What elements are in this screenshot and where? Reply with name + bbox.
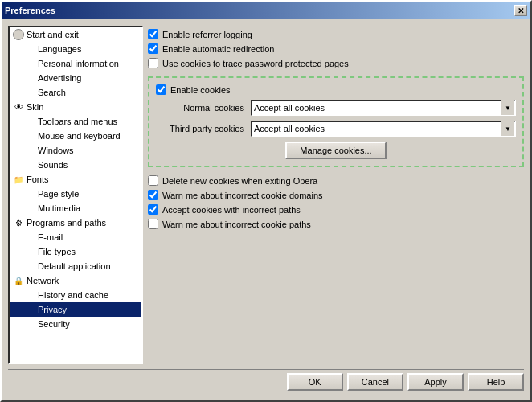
sidebar-item-multimedia[interactable]: Multimedia [10, 201, 141, 215]
sidebar-item-privacy[interactable]: Privacy [10, 302, 141, 317]
top-settings: Enable referrer logging Enable automatic… [148, 26, 524, 72]
spacer-icon8 [24, 159, 35, 170]
window-content: Start and exit Languages Personal inform… [2, 19, 530, 400]
enable-cookies-row: Enable cookies [156, 84, 516, 95]
spacer-icon3 [24, 72, 35, 84]
third-party-row: Third party cookies Accept all cookies A… [156, 121, 516, 137]
enable-cookies-checkbox[interactable] [156, 84, 166, 95]
referrer-row: Enable referrer logging [148, 29, 524, 39]
normal-cookies-select[interactable]: Accept all cookies Accept cookies from v… [251, 100, 516, 116]
referrer-label: Enable referrer logging [162, 30, 252, 39]
spacer-icon12 [24, 246, 35, 257]
spacer-icon6 [24, 130, 35, 142]
sidebar-label-programs: Programs and paths [27, 218, 106, 228]
sidebar-item-default-app[interactable]: Default application [10, 259, 141, 273]
sidebar-label-privacy: Privacy [38, 305, 67, 314]
delete-cookies-checkbox[interactable] [148, 175, 158, 186]
spacer-icon7 [24, 145, 35, 156]
accept-paths-label: Accept cookies with incorrect paths [162, 205, 301, 215]
sidebar-label-skin: Skin [27, 102, 43, 112]
sidebar-item-history[interactable]: History and cache [10, 288, 141, 302]
sidebar-label-mouse: Mouse and keyboard [38, 131, 121, 141]
sidebar-item-search[interactable]: Search [10, 85, 141, 100]
redirect-label: Enable automatic redirection [162, 44, 274, 54]
spacer-icon5 [24, 116, 35, 127]
spacer-icon10 [24, 203, 35, 214]
trace-checkbox[interactable] [148, 58, 158, 68]
third-party-label: Third party cookies [156, 124, 244, 133]
sidebar-item-fonts[interactable]: 📁 Fonts [10, 172, 141, 187]
close-button[interactable]: ✕ [514, 5, 527, 16]
sidebar-item-advertising[interactable]: Advertising [10, 71, 141, 85]
bottom-settings: Delete new cookies when exiting Opera Wa… [148, 172, 524, 232]
warn-paths-checkbox[interactable] [148, 219, 158, 229]
window-title: Preferences [5, 6, 55, 15]
trace-row: Use cookies to trace password protected … [148, 58, 524, 68]
warn-domains-row: Warn me about incorrect cookie domains [148, 190, 524, 200]
sidebar-label-fonts: Fonts [27, 174, 49, 184]
gear-icon-programs: ⚙ [13, 217, 24, 228]
sidebar-item-security[interactable]: Security [10, 317, 141, 331]
cancel-button[interactable]: Cancel [347, 373, 403, 391]
sidebar-label-file-types: File types [38, 247, 76, 256]
sidebar-item-sounds[interactable]: Sounds [10, 158, 141, 172]
right-panel: Enable referrer logging Enable automatic… [148, 26, 524, 364]
eye-icon: 👁 [13, 101, 24, 113]
sidebar-label-start-exit: Start and exit [27, 30, 79, 39]
accept-paths-checkbox[interactable] [148, 204, 158, 215]
face-icon [13, 29, 24, 40]
sidebar-item-page-style[interactable]: Page style [10, 187, 141, 201]
sidebar-item-personal-info[interactable]: Personal information [10, 56, 141, 71]
sidebar-label-multimedia: Multimedia [38, 203, 80, 213]
manage-cookies-button[interactable]: Manage cookies... [285, 142, 386, 159]
sidebar-label-toolbars: Toolbars and menus [38, 117, 117, 126]
warn-paths-row: Warn me about incorrect cookie paths [148, 219, 524, 229]
sidebar-label-history: History and cache [38, 290, 108, 300]
spacer-icon13 [24, 260, 35, 272]
warn-domains-label: Warn me about incorrect cookie domains [162, 191, 323, 200]
spacer-icon16 [24, 318, 35, 330]
main-area: Start and exit Languages Personal inform… [8, 26, 524, 364]
referrer-checkbox[interactable] [148, 29, 158, 39]
ok-button[interactable]: OK [287, 373, 343, 391]
sidebar-label-advertising: Advertising [38, 73, 81, 83]
sidebar-item-skin[interactable]: 👁 Skin [10, 100, 141, 114]
delete-cookies-row: Delete new cookies when exiting Opera [148, 175, 524, 186]
warn-paths-label: Warn me about incorrect cookie paths [162, 219, 311, 229]
lock-icon-network: 🔒 [13, 275, 24, 286]
warn-domains-checkbox[interactable] [148, 190, 158, 200]
third-party-select-container: Accept all cookies Accept cookies from v… [251, 121, 516, 137]
sidebar-item-mouse[interactable]: Mouse and keyboard [10, 129, 141, 143]
third-party-select[interactable]: Accept all cookies Accept cookies from v… [251, 121, 516, 137]
redirect-row: Enable automatic redirection [148, 43, 524, 54]
sidebar-item-start-exit[interactable]: Start and exit [10, 27, 141, 42]
spacer-icon15 [24, 304, 35, 315]
folder-icon-fonts: 📁 [13, 174, 24, 185]
bottom-bar: OK Cancel Apply Help [8, 369, 524, 394]
sidebar-item-toolbars[interactable]: Toolbars and menus [10, 114, 141, 129]
sidebar: Start and exit Languages Personal inform… [8, 26, 143, 364]
sidebar-item-network[interactable]: 🔒 Network [10, 273, 141, 288]
normal-cookies-row: Normal cookies Accept all cookies Accept… [156, 100, 516, 116]
sidebar-item-file-types[interactable]: File types [10, 244, 141, 259]
redirect-checkbox[interactable] [148, 43, 158, 54]
preferences-window: Preferences ✕ Start and exit Languages P… [0, 0, 532, 402]
sidebar-label-network: Network [27, 276, 59, 285]
spacer-icon [24, 43, 35, 55]
title-bar: Preferences ✕ [2, 2, 530, 19]
sidebar-label-sounds: Sounds [38, 160, 68, 170]
sidebar-item-programs[interactable]: ⚙ Programs and paths [10, 215, 141, 230]
trace-label: Use cookies to trace password protected … [162, 59, 349, 68]
sidebar-item-languages[interactable]: Languages [10, 42, 141, 56]
sidebar-item-windows[interactable]: Windows [10, 143, 141, 158]
enable-cookies-label: Enable cookies [170, 85, 231, 95]
apply-button[interactable]: Apply [407, 373, 464, 391]
sidebar-item-email[interactable]: E-mail [10, 230, 141, 244]
help-button[interactable]: Help [468, 373, 524, 391]
sidebar-label-default-app: Default application [38, 261, 111, 271]
manage-cookies-container: Manage cookies... [156, 142, 516, 159]
spacer-icon4 [24, 87, 35, 98]
sidebar-label-page-style: Page style [38, 189, 79, 199]
sidebar-label-search: Search [38, 88, 66, 97]
sidebar-label-personal-info: Personal information [38, 59, 119, 68]
